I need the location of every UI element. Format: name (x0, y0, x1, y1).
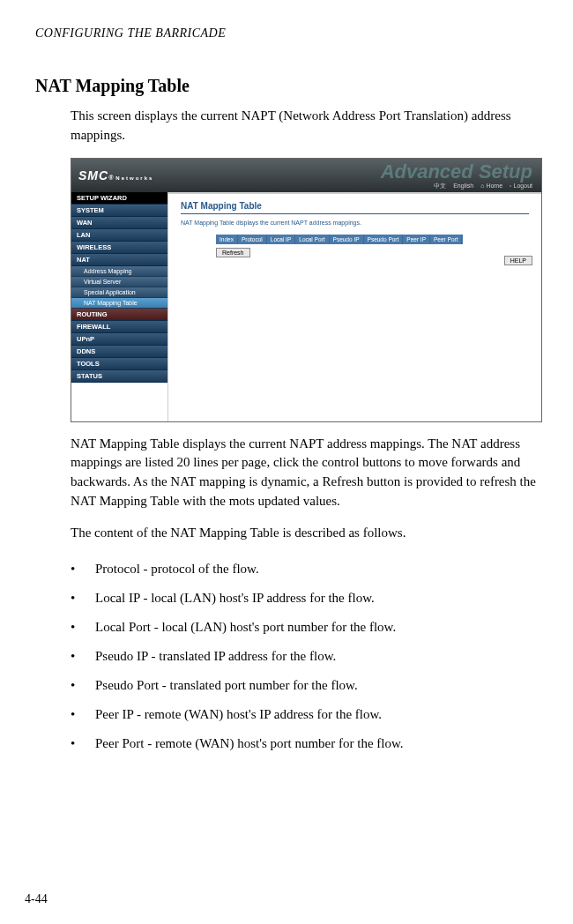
nav-setup-wizard[interactable]: SETUP WIZARD (71, 192, 167, 205)
panel-title: NAT Mapping Table (181, 201, 529, 214)
list-item: Local IP - local (LAN) host's IP address… (71, 584, 538, 613)
list-item: Peer Port - remote (WAN) host's port num… (71, 729, 538, 758)
nav-wan[interactable]: WAN (71, 217, 167, 229)
page-header: CONFIGURING THE BARRICADE (35, 26, 538, 41)
lang-chinese-link[interactable]: 中文 (434, 182, 446, 190)
home-link[interactable]: ⌂Home (480, 182, 502, 190)
list-item: Protocol - protocol of the flow. (71, 555, 538, 584)
nav-nat[interactable]: NAT (71, 254, 167, 266)
col-local-ip: Local IP (267, 235, 296, 244)
intro-paragraph: This screen displays the current NAPT (N… (71, 107, 538, 145)
table-header-row: Index Protocol Local IP Local Port Pseud… (216, 235, 463, 244)
list-item: Pseudo IP - translated IP address for th… (71, 642, 538, 671)
help-container: HELP (504, 256, 532, 265)
list-item: Peer IP - remote (WAN) host's IP address… (71, 700, 538, 729)
lang-english-link[interactable]: English (453, 182, 473, 190)
screenshot-embed: SMC® Networks Advanced Setup 中文 English … (71, 158, 542, 422)
nav-status[interactable]: STATUS (71, 370, 167, 383)
list-item: Local Port - local (LAN) host's port num… (71, 613, 538, 642)
nav-nat-mapping-table[interactable]: NAT Mapping Table (71, 298, 167, 309)
nav-wireless[interactable]: WIRELESS (71, 242, 167, 254)
logo-text: SMC (78, 168, 108, 183)
paragraph-2: NAT Mapping Table displays the current N… (71, 435, 538, 511)
nav-routing[interactable]: ROUTING (71, 309, 167, 321)
nav-special-application[interactable]: Special Application (71, 287, 167, 298)
refresh-button[interactable]: Refresh (216, 248, 250, 257)
list-item: Pseudo Port - translated port number for… (71, 671, 538, 700)
screenshot-sidebar: SETUP WIZARD SYSTEM WAN LAN WIRELESS NAT… (71, 192, 168, 421)
nav-tools[interactable]: TOOLS (71, 358, 167, 370)
topbar-links: 中文 English ⌂Home ◦Logout (434, 182, 532, 190)
col-index: Index (216, 235, 238, 244)
logo-reg: ® (108, 175, 114, 181)
screenshot-topbar: SMC® Networks Advanced Setup 中文 English … (71, 159, 541, 192)
bullet-list: Protocol - protocol of the flow. Local I… (71, 555, 538, 758)
screenshot-content: NAT Mapping Table NAT Mapping Table disp… (168, 192, 541, 421)
col-peer-port: Peer Port (430, 235, 462, 244)
nav-lan[interactable]: LAN (71, 229, 167, 242)
col-pseudo-port: Pseudo Port (364, 235, 404, 244)
logout-icon: ◦ (510, 183, 511, 189)
nav-virtual-server[interactable]: Virtual Server (71, 277, 167, 287)
nav-firewall[interactable]: FIREWALL (71, 321, 167, 333)
section-title: NAT Mapping Table (35, 76, 538, 96)
panel-description: NAT Mapping Table displays the current N… (181, 220, 529, 226)
home-icon: ⌂ (480, 183, 484, 189)
logout-link[interactable]: ◦Logout (510, 182, 532, 190)
logo-subtitle: Networks (115, 175, 153, 181)
screenshot-body: SETUP WIZARD SYSTEM WAN LAN WIRELESS NAT… (71, 192, 541, 421)
nav-ddns[interactable]: DDNS (71, 346, 167, 358)
nav-system[interactable]: SYSTEM (71, 205, 167, 217)
col-peer-ip: Peer IP (403, 235, 430, 244)
col-pseudo-ip: Pseudo IP (330, 235, 364, 244)
nav-upnp[interactable]: UPnP (71, 333, 167, 346)
page-number: 4-44 (25, 892, 48, 906)
advanced-setup-heading: Advanced Setup (381, 160, 532, 183)
smc-logo: SMC® Networks (78, 168, 153, 183)
help-button[interactable]: HELP (504, 256, 532, 265)
refresh-container: Refresh (216, 248, 529, 257)
col-local-port: Local Port (295, 235, 329, 244)
paragraph-3: The content of the NAT Mapping Table is … (71, 524, 538, 543)
nav-address-mapping[interactable]: Address Mapping (71, 266, 167, 277)
col-protocol: Protocol (238, 235, 267, 244)
